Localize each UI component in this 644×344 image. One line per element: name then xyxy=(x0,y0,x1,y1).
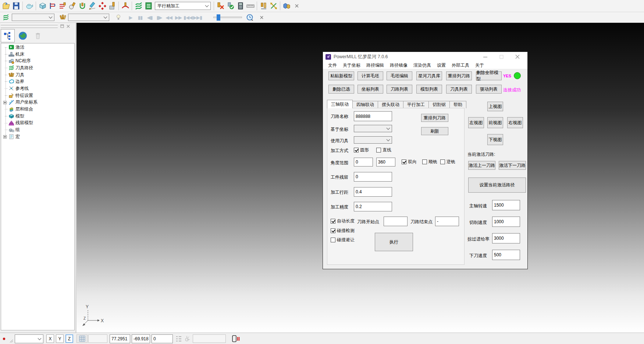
close-button[interactable] xyxy=(511,52,524,62)
tree-item-activate[interactable]: 激活 xyxy=(2,44,74,51)
set-active-path-button[interactable]: 设置当前激活路径 xyxy=(468,178,526,193)
rapid-heights-button[interactable] xyxy=(47,1,57,11)
panel-float-button[interactable] xyxy=(60,24,64,28)
axis-z-button[interactable]: Z xyxy=(65,334,73,343)
axis-y-button[interactable]: Y xyxy=(56,334,64,343)
tool-verify-button[interactable] xyxy=(225,1,235,11)
skim-feed-input[interactable] xyxy=(492,233,520,243)
model-compare-button[interactable] xyxy=(282,1,292,11)
angle-from-input[interactable] xyxy=(354,158,373,166)
execute-button[interactable]: 执行 xyxy=(375,233,413,251)
angle-to-input[interactable] xyxy=(376,158,395,166)
front-view-button[interactable]: 前视图 xyxy=(487,117,503,128)
start-point-button[interactable] xyxy=(67,1,77,11)
model-list-button[interactable]: 模型列表 xyxy=(416,85,442,94)
toolbar2-close-button[interactable] xyxy=(257,13,266,22)
tool-delete-button[interactable] xyxy=(216,1,225,11)
toolpath-button[interactable] xyxy=(57,1,67,11)
tree-item-feature-set[interactable]: 特征设置 xyxy=(2,92,74,99)
sim-speed-slider[interactable] xyxy=(213,17,242,18)
globe-tab[interactable] xyxy=(16,29,30,42)
coord-select[interactable] xyxy=(354,125,392,132)
plunge-speed-input[interactable] xyxy=(492,250,520,260)
trash-tab[interactable] xyxy=(31,29,45,42)
activate-next-button[interactable]: 激活下一刀路 xyxy=(499,161,526,170)
start-point-input[interactable] xyxy=(384,217,408,226)
grid-size-field[interactable] xyxy=(88,334,107,343)
save-project-button[interactable] xyxy=(11,1,21,11)
collision-avoid-checkbox[interactable]: 碰撞避让 xyxy=(331,237,355,243)
sim-step-forward-button[interactable]: ▮▶ xyxy=(154,15,164,20)
sim-play-button[interactable]: ▶ xyxy=(126,15,135,20)
circle-checkbox[interactable]: 圆形 xyxy=(354,147,369,153)
conventional-checkbox[interactable]: 逆铣 xyxy=(440,159,455,165)
contact-point-button[interactable] xyxy=(120,1,130,11)
tree-item-workplanes[interactable]: 用户坐标系 xyxy=(2,99,74,106)
delete-all-models-button[interactable]: 删除全部模型 xyxy=(476,71,502,80)
bidirectional-checkbox[interactable]: 双向 xyxy=(402,159,417,165)
tool-holder-button[interactable] xyxy=(107,1,117,11)
coord-z-field[interactable]: 0 xyxy=(152,334,173,343)
panel-close-button[interactable] xyxy=(66,24,71,28)
tab-parallel[interactable]: 平行加工 xyxy=(403,101,429,108)
import-model-button[interactable] xyxy=(24,1,34,11)
compute-block-button[interactable]: 计算毛坯 xyxy=(357,71,383,80)
line-checkbox[interactable]: 直线 xyxy=(376,147,391,153)
tree-item-layers[interactable]: 层和组合 xyxy=(2,106,74,113)
tolerance-input[interactable] xyxy=(354,202,392,211)
sim-toolpath-select[interactable] xyxy=(12,14,54,21)
calculator-button[interactable] xyxy=(235,1,245,11)
stepover-input[interactable] xyxy=(354,187,392,197)
tree-expander-icon[interactable] xyxy=(3,135,7,138)
strategy-list-button[interactable] xyxy=(143,1,153,11)
sim-clock-button[interactable] xyxy=(245,13,254,22)
tool-pair-button[interactable] xyxy=(259,1,268,11)
auto-length-checkbox[interactable]: 自动长度 xyxy=(331,218,355,224)
right-view-button[interactable]: 右视图 xyxy=(507,117,523,128)
open-project-button[interactable] xyxy=(1,1,11,11)
end-point-input[interactable] xyxy=(435,217,459,226)
tree-item-tools[interactable]: 刀具 xyxy=(2,71,74,78)
menu-about-coords[interactable]: 关于坐标 xyxy=(340,62,363,69)
menu-render-sim[interactable]: 渲染仿真 xyxy=(410,62,434,69)
stock-input[interactable] xyxy=(354,172,392,182)
paste-model-button[interactable]: 粘贴新模型 xyxy=(328,71,354,80)
strategy-select[interactable]: 平行精加工 xyxy=(155,2,211,10)
tree-item-models[interactable]: 模型 xyxy=(2,113,74,120)
bottom-view-button[interactable]: 下视图 xyxy=(487,134,503,145)
tree-item-toolpaths[interactable]: 刀具路径 xyxy=(2,64,74,71)
sim-go-start-button[interactable]: ▮◀◀ xyxy=(183,15,193,20)
tab-3axis[interactable]: 三轴联动 xyxy=(327,100,353,108)
toolbar1-close-button[interactable] xyxy=(292,1,302,11)
menu-external-tools[interactable]: 外部工具 xyxy=(449,62,472,69)
pattern-draw-button[interactable] xyxy=(87,1,97,11)
coord-y-field[interactable]: -69.918 xyxy=(132,334,150,343)
menu-file[interactable]: 文件 xyxy=(325,62,340,69)
tab-help[interactable]: 帮助 xyxy=(449,101,466,108)
points-button[interactable] xyxy=(97,1,107,11)
panel-grip-bar[interactable] xyxy=(1,24,58,25)
minimize-button[interactable] xyxy=(479,52,491,62)
delete-selected-button[interactable]: 删除已选 xyxy=(328,85,354,94)
panel-grip-bar[interactable] xyxy=(1,26,58,28)
axis-x-button[interactable]: X xyxy=(46,334,54,343)
drive-list-button[interactable]: 驱动列表 xyxy=(476,85,502,94)
sim-tools-button[interactable] xyxy=(58,13,67,22)
spindle-input[interactable] xyxy=(492,200,520,210)
top-view-button[interactable]: 上视图 xyxy=(487,102,503,111)
toolpath-name-input[interactable] xyxy=(354,111,392,121)
status-workplane-select[interactable] xyxy=(15,334,43,343)
collision-check-checkbox[interactable]: 碰撞检测 xyxy=(331,228,355,234)
tree-item-macros[interactable]: 宏 xyxy=(2,133,74,140)
refresh-button[interactable]: 刷新 xyxy=(421,127,448,135)
leads-links-button[interactable] xyxy=(77,1,87,11)
sim-step-back-button[interactable]: ◀▮ xyxy=(145,15,154,20)
tab-tilt-head[interactable]: 摆头联动 xyxy=(378,101,403,108)
sim-rewind-button[interactable]: ◀◀ xyxy=(164,15,174,20)
sim-fast-forward-button[interactable]: ▶▶ xyxy=(174,15,183,20)
menu-path-edit[interactable]: 路径编辑 xyxy=(363,62,387,69)
tree-expander-icon[interactable] xyxy=(3,101,7,104)
measure-button[interactable] xyxy=(245,1,255,11)
activate-prev-button[interactable]: 激活上一刀路 xyxy=(468,161,495,170)
climb-checkbox[interactable]: 顺铣 xyxy=(422,159,437,165)
